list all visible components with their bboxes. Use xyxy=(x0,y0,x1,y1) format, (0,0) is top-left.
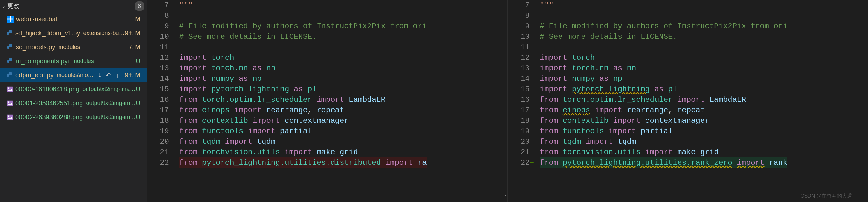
file-name: 00002-2639360288.png xyxy=(15,113,83,121)
code-line[interactable]: import numpy as np xyxy=(540,73,787,84)
scm-status-letter: U xyxy=(136,86,141,93)
file-path: output\txt2img-images\2024-03-10 xyxy=(83,86,135,93)
code-line[interactable]: import torch xyxy=(540,53,787,63)
file-type-icon xyxy=(6,100,13,107)
scm-status-letter: M xyxy=(135,72,141,79)
code-line[interactable]: from contextlib import contextmanager xyxy=(179,115,427,126)
svg-rect-2 xyxy=(10,19,13,20)
stage-changes-icon[interactable]: ＋ xyxy=(115,72,122,78)
file-item[interactable]: 00001-2050462551.pngoutput\txt2img-image… xyxy=(0,96,147,110)
svg-point-13 xyxy=(8,115,9,117)
svg-rect-3 xyxy=(10,16,11,22)
file-path: extensions-builtin\LDSR xyxy=(83,30,125,37)
scm-status-letter: M xyxy=(135,15,141,23)
scm-status-letter: M xyxy=(135,43,141,51)
scm-status-letter: U xyxy=(136,113,141,121)
code-line[interactable] xyxy=(179,42,427,53)
code-line[interactable]: # See more details in LICENSE. xyxy=(540,32,787,42)
file-name: ui_components.pyi xyxy=(16,58,69,65)
file-item[interactable]: webui-user.batM xyxy=(0,12,147,26)
diff-pane-original[interactable]: 7 8 9 10 11 12 13 14 15 16 17 18 19 20 2… xyxy=(147,0,507,202)
file-type-icon xyxy=(6,43,14,50)
code-line[interactable]: from pytorch_lightning.utilities.distrib… xyxy=(179,158,427,168)
file-path: modules xyxy=(58,44,80,50)
file-status: U xyxy=(136,113,141,121)
file-type-icon xyxy=(6,86,13,93)
diff-editor: 7 8 9 10 11 12 13 14 15 16 17 18 19 20 2… xyxy=(147,0,868,202)
code-line[interactable] xyxy=(540,42,787,53)
problem-count: 7, xyxy=(129,43,134,51)
file-status: 7, M xyxy=(129,43,141,51)
svg-rect-1 xyxy=(7,19,9,20)
open-file-icon[interactable]: ⭳ xyxy=(97,72,104,78)
code-line[interactable]: import numpy as np xyxy=(179,73,427,84)
svg-point-11 xyxy=(8,101,9,103)
changed-files-list: webui-user.batMsd_hijack_ddpm_v1.pyexten… xyxy=(0,12,147,124)
code-line[interactable]: from functools import partial xyxy=(179,126,427,136)
file-name: 00000-161806418.png xyxy=(15,86,79,93)
file-name: 00001-2050462551.png xyxy=(15,100,83,107)
code-line[interactable]: from tqdm import tqdm xyxy=(179,136,427,147)
file-status: 9+, M xyxy=(125,30,141,37)
file-status: U xyxy=(136,100,141,107)
code-line[interactable]: """ xyxy=(540,0,787,10)
code-line[interactable]: from einops import rearrange, repeat xyxy=(179,105,427,115)
code-line[interactable]: # See more details in LICENSE. xyxy=(179,32,427,42)
file-item[interactable]: sd_hijack_ddpm_v1.pyextensions-builtin\L… xyxy=(0,26,147,40)
file-type-icon xyxy=(6,72,13,78)
line-gutter-right: 7 8 9 10 11 12 13 14 15 16 17 18 19 20 2… xyxy=(508,0,540,168)
scm-status-letter: M xyxy=(135,30,141,37)
reveal-change-arrow-icon[interactable]: → xyxy=(502,191,506,199)
code-line[interactable]: from torch.optim.lr_scheduler import Lam… xyxy=(179,95,427,105)
file-item[interactable]: ddpm_edit.pymodules\models\diffusion⭳↶＋9… xyxy=(0,68,147,82)
file-item-actions: ⭳↶＋ xyxy=(97,72,122,78)
file-item[interactable]: ui_components.pyimodulesU xyxy=(0,54,147,68)
code-line[interactable]: """ xyxy=(179,0,427,10)
svg-point-4 xyxy=(9,31,9,31)
scm-status-letter: U xyxy=(136,58,141,65)
file-name: webui-user.bat xyxy=(16,15,57,23)
file-path: output\txt2img-images\2024-03-10 xyxy=(86,100,135,107)
code-line[interactable]: # File modified by authors of InstructPi… xyxy=(540,21,787,32)
code-line[interactable]: import torch xyxy=(179,53,427,63)
scm-status-letter: U xyxy=(136,100,141,107)
section-title: 更改 xyxy=(7,2,20,10)
code-line[interactable]: # File modified by authors of InstructPi… xyxy=(179,21,427,32)
file-name: ddpm_edit.py xyxy=(15,72,54,79)
code-line[interactable]: import torch.nn as nn xyxy=(540,63,787,73)
problem-count: 9+, xyxy=(125,72,134,79)
line-gutter-left: 7 8 9 10 11 12 13 14 15 16 17 18 19 20 2… xyxy=(147,0,179,168)
file-type-icon xyxy=(6,58,14,65)
svg-point-6 xyxy=(9,59,9,59)
file-path: modules\models\diffusion xyxy=(57,72,97,78)
code-line[interactable]: import torch.nn as nn xyxy=(179,63,427,73)
file-item[interactable]: 00002-2639360288.pngoutput\txt2img-image… xyxy=(0,110,147,124)
discard-changes-icon[interactable]: ↶ xyxy=(106,72,113,78)
code-line[interactable]: from pytorch_lightning.utilities.rank_ze… xyxy=(540,158,787,168)
file-type-icon xyxy=(6,15,14,23)
file-item[interactable]: sd_models.pymodules7, M xyxy=(0,40,147,54)
code-left[interactable]: """ # File modified by authors of Instru… xyxy=(179,0,427,168)
code-line[interactable] xyxy=(179,10,427,21)
code-line[interactable]: from einops import rearrange, repeat xyxy=(540,105,787,115)
code-line[interactable] xyxy=(540,10,787,21)
problem-count: 9+, xyxy=(125,30,134,37)
code-line[interactable]: from torchvision.utils import make_grid xyxy=(179,147,427,158)
code-line[interactable]: from contextlib import contextmanager xyxy=(540,115,787,126)
file-status: 9+, M xyxy=(125,72,141,79)
code-line[interactable]: from functools import partial xyxy=(540,126,787,136)
code-line[interactable]: import pytorch_lightning as pl xyxy=(540,84,787,95)
file-item[interactable]: 00000-161806418.pngoutput\txt2img-images… xyxy=(0,82,147,96)
code-line[interactable]: from torch.optim.lr_scheduler import Lam… xyxy=(540,95,787,105)
file-path: modules xyxy=(72,58,94,65)
watermark-text: CSDN @在奋斗的大道 xyxy=(801,193,852,199)
code-line[interactable]: from tqdm import tqdm xyxy=(540,136,787,147)
code-line[interactable]: import pytorch_lightning as pl xyxy=(179,84,427,95)
diff-pane-modified[interactable]: 7 8 9 10 11 12 13 14 15 16 17 18 19 20 2… xyxy=(507,0,868,202)
code-right[interactable]: """ # File modified by authors of Instru… xyxy=(540,0,787,168)
code-line[interactable]: from torchvision.utils import make_grid xyxy=(540,147,787,158)
changes-section-header[interactable]: ⌄ 更改 8 xyxy=(0,0,147,12)
file-status: M xyxy=(135,15,141,23)
file-type-icon xyxy=(6,30,13,37)
source-control-sidebar: ⌄ 更改 8 webui-user.batMsd_hijack_ddpm_v1.… xyxy=(0,0,147,202)
